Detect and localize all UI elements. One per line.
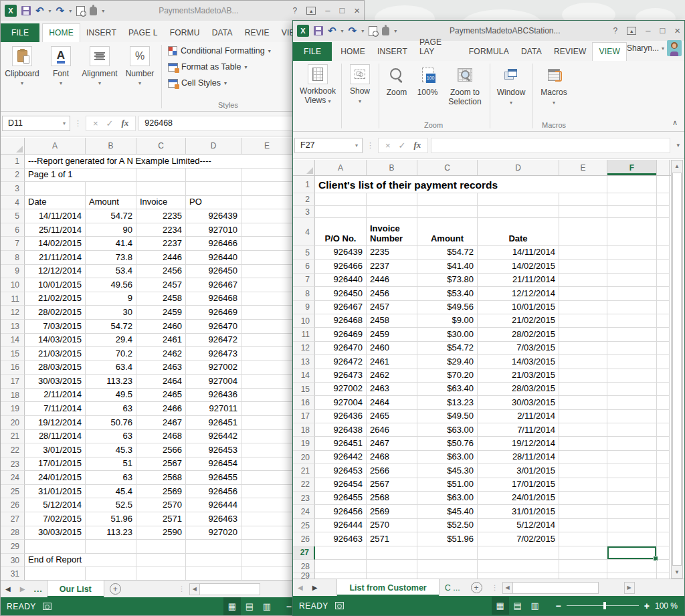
- row-header-5[interactable]: 5: [293, 246, 315, 260]
- cell-A9[interactable]: 12/12/2014: [25, 265, 86, 279]
- cell-C26[interactable]: 2570: [136, 498, 186, 512]
- cell-g15[interactable]: [657, 383, 670, 396]
- cell-D19[interactable]: 927011: [186, 402, 241, 416]
- column-header-B[interactable]: B: [86, 138, 136, 154]
- redo-icon[interactable]: ↷: [349, 26, 357, 35]
- cell-A24[interactable]: 24/01/2015: [25, 471, 86, 485]
- cell-E6[interactable]: [559, 260, 607, 273]
- close-icon[interactable]: ×: [354, 7, 360, 15]
- cell-A20[interactable]: 926442: [315, 451, 367, 464]
- cell-A18[interactable]: 926438: [315, 423, 367, 437]
- cell-D9[interactable]: 926450: [186, 265, 241, 279]
- cell-B9[interactable]: 53.4: [86, 265, 136, 279]
- cell-A27[interactable]: [315, 546, 367, 560]
- cell-D12[interactable]: 7/03/2015: [478, 342, 559, 355]
- cell-g22[interactable]: [657, 478, 670, 492]
- cell-D29[interactable]: [478, 573, 559, 579]
- row-header-7[interactable]: 7: [1, 237, 25, 251]
- cell-D9[interactable]: 10/01/2015: [478, 301, 559, 314]
- row-header-12[interactable]: 12: [1, 306, 25, 320]
- cell-E13[interactable]: [241, 320, 293, 334]
- new-sheet-button[interactable]: +: [466, 579, 488, 596]
- maximize-icon[interactable]: □: [660, 27, 665, 35]
- cell-D15[interactable]: 28/03/2015: [478, 383, 559, 396]
- cell-F11[interactable]: [607, 328, 657, 341]
- row-header-27[interactable]: 27: [293, 546, 315, 560]
- new-sheet-button[interactable]: +: [104, 581, 126, 597]
- cell-A15[interactable]: 927002: [315, 383, 367, 396]
- column-header-C[interactable]: C: [417, 160, 478, 175]
- cell-C22[interactable]: 2566: [136, 443, 186, 457]
- cell-E30[interactable]: [241, 554, 293, 568]
- window-button[interactable]: Window▾: [492, 64, 530, 108]
- cell-F9[interactable]: [607, 301, 657, 314]
- row-header-19[interactable]: 19: [293, 437, 315, 450]
- row-header-24[interactable]: 24: [1, 471, 25, 485]
- cell-B24[interactable]: 2569: [367, 505, 417, 518]
- cell-C25[interactable]: 2569: [136, 485, 186, 499]
- save-icon[interactable]: [314, 26, 323, 35]
- cell-C20[interactable]: $63.00: [417, 451, 478, 464]
- row-header-11[interactable]: 11: [1, 292, 25, 306]
- cell-D11[interactable]: 28/02/2015: [478, 328, 559, 341]
- right-zoom-slider[interactable]: − +: [551, 601, 655, 611]
- cell-E25[interactable]: [559, 519, 607, 532]
- show-button[interactable]: Show▾: [344, 64, 376, 106]
- cell-B18[interactable]: 2646: [367, 423, 417, 437]
- cell-E3[interactable]: [559, 206, 607, 218]
- cell-C20[interactable]: 2467: [136, 416, 186, 430]
- zoom-button[interactable]: Zoom: [381, 64, 412, 97]
- hscroll-left-icon[interactable]: ◀: [502, 582, 513, 594]
- sheet-nav-right-icon[interactable]: ▶: [308, 579, 322, 596]
- cell-E24[interactable]: [241, 471, 293, 485]
- cell-B15[interactable]: 2463: [367, 383, 417, 396]
- cell-C14[interactable]: $70.20: [417, 369, 478, 383]
- cell-E26[interactable]: [241, 498, 293, 512]
- cell-D10[interactable]: 21/02/2015: [478, 314, 559, 328]
- row-header-17[interactable]: 17: [293, 410, 315, 423]
- column-header-D[interactable]: D: [478, 160, 559, 175]
- vscroll-up-icon[interactable]: ▲: [672, 161, 682, 172]
- cell-A20[interactable]: 19/12/2014: [25, 416, 86, 430]
- cell-E14[interactable]: [241, 334, 293, 348]
- clipboard-group-button[interactable]: Clipboard ▾: [3, 46, 41, 86]
- cell-C16[interactable]: 2463: [136, 361, 186, 375]
- cell-A26[interactable]: 926463: [315, 532, 367, 546]
- column-header-B[interactable]: B: [367, 160, 417, 175]
- cell-g27[interactable]: [657, 546, 670, 560]
- cell-D10[interactable]: 926467: [186, 278, 241, 292]
- cell-E13[interactable]: [559, 355, 607, 369]
- row-header-25[interactable]: 25: [1, 485, 25, 499]
- cell-C7[interactable]: $73.80: [417, 274, 478, 287]
- row-header-15[interactable]: 15: [1, 347, 25, 361]
- cell-A4[interactable]: P/O No.: [315, 218, 367, 246]
- user-avatar[interactable]: [667, 40, 682, 56]
- cell-F19[interactable]: [607, 437, 657, 450]
- cell-D18[interactable]: 926436: [186, 389, 241, 403]
- row-header-8[interactable]: 8: [293, 287, 315, 300]
- cell-B13[interactable]: 54.72: [86, 320, 136, 334]
- right-name-box[interactable]: F27▾: [294, 138, 363, 153]
- cell-B21[interactable]: 2566: [367, 464, 417, 478]
- row-header-23[interactable]: 23: [1, 457, 25, 472]
- row-header-13[interactable]: 13: [293, 355, 315, 369]
- cell-A12[interactable]: 926470: [315, 342, 367, 355]
- cell-A22[interactable]: 3/01/2015: [25, 443, 86, 457]
- select-all-corner[interactable]: [1, 138, 25, 154]
- cell-B14[interactable]: 2462: [367, 369, 417, 383]
- row-header-16[interactable]: 16: [1, 361, 25, 375]
- sheet-tab-overflow[interactable]: ...: [29, 581, 46, 597]
- cell-F1[interactable]: [607, 176, 657, 193]
- cell-A2[interactable]: Page 1 of 1: [25, 169, 86, 183]
- hscroll-right-icon[interactable]: ▶: [624, 582, 635, 594]
- cell-A16[interactable]: 927004: [315, 396, 367, 409]
- cell-g23[interactable]: [657, 492, 670, 505]
- cell-E22[interactable]: [241, 443, 293, 457]
- ribbon-tab-data[interactable]: DATA: [206, 24, 239, 42]
- cell-B5[interactable]: 2235: [367, 246, 417, 260]
- cell-B2[interactable]: [367, 193, 417, 206]
- cell-g2[interactable]: [657, 193, 670, 206]
- cell-A14[interactable]: 14/03/2015: [25, 334, 86, 348]
- cell-B25[interactable]: 45.4: [86, 485, 136, 499]
- cell-A10[interactable]: 926468: [315, 314, 367, 328]
